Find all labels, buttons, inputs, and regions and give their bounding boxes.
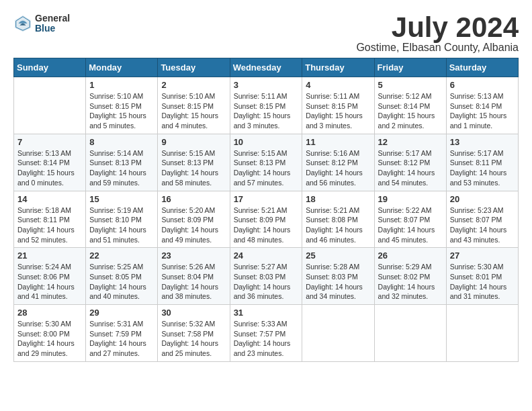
day-info: Sunrise: 5:12 AMSunset: 8:14 PMDaylight:… — [378, 91, 443, 131]
day-info: Sunrise: 5:11 AMSunset: 8:15 PMDaylight:… — [306, 91, 370, 131]
day-number: 17 — [234, 194, 299, 204]
day-info: Sunrise: 5:11 AMSunset: 8:15 PMDaylight:… — [234, 91, 299, 131]
calendar-cell: 18Sunrise: 5:21 AMSunset: 8:08 PMDayligh… — [302, 191, 374, 248]
day-info: Sunrise: 5:26 AMSunset: 8:04 PMDaylight:… — [161, 262, 226, 302]
day-info: Sunrise: 5:13 AMSunset: 8:14 PMDaylight:… — [450, 91, 515, 131]
day-info: Sunrise: 5:18 AMSunset: 8:11 PMDaylight:… — [17, 205, 82, 245]
day-number: 25 — [306, 250, 370, 261]
day-number: 26 — [378, 250, 443, 261]
calendar-cell: 3Sunrise: 5:11 AMSunset: 8:15 PMDaylight… — [230, 77, 302, 134]
calendar-header-tuesday: Tuesday — [158, 58, 230, 77]
day-info: Sunrise: 5:10 AMSunset: 8:15 PMDaylight:… — [161, 91, 226, 131]
month-title: July 2024 — [356, 13, 519, 42]
day-number: 12 — [378, 137, 443, 147]
calendar-header-saturday: Saturday — [446, 58, 518, 77]
logo-icon — [13, 14, 32, 33]
calendar-cell — [374, 305, 446, 362]
calendar-header-sunday: Sunday — [14, 58, 86, 77]
calendar-week-row: 1Sunrise: 5:10 AMSunset: 8:15 PMDaylight… — [14, 77, 519, 134]
day-info: Sunrise: 5:17 AMSunset: 8:12 PMDaylight:… — [378, 148, 443, 188]
day-info: Sunrise: 5:19 AMSunset: 8:10 PMDaylight:… — [89, 205, 154, 245]
day-info: Sunrise: 5:24 AMSunset: 8:06 PMDaylight:… — [17, 262, 82, 302]
day-number: 5 — [378, 80, 443, 90]
day-number: 2 — [161, 80, 226, 90]
page-header: General Blue July 2024 Gostime, Elbasan … — [13, 13, 519, 54]
day-number: 31 — [234, 308, 299, 318]
day-info: Sunrise: 5:22 AMSunset: 8:07 PMDaylight:… — [378, 205, 443, 245]
day-info: Sunrise: 5:10 AMSunset: 8:15 PMDaylight:… — [89, 91, 154, 131]
calendar-header-wednesday: Wednesday — [230, 58, 302, 77]
calendar-cell: 25Sunrise: 5:28 AMSunset: 8:03 PMDayligh… — [302, 248, 374, 305]
day-info: Sunrise: 5:21 AMSunset: 8:08 PMDaylight:… — [306, 205, 370, 245]
calendar-cell: 6Sunrise: 5:13 AMSunset: 8:14 PMDaylight… — [446, 77, 518, 134]
calendar-cell: 31Sunrise: 5:33 AMSunset: 7:57 PMDayligh… — [230, 305, 302, 362]
calendar-cell: 10Sunrise: 5:15 AMSunset: 8:13 PMDayligh… — [230, 134, 302, 191]
calendar-week-row: 14Sunrise: 5:18 AMSunset: 8:11 PMDayligh… — [14, 191, 519, 248]
title-block: July 2024 Gostime, Elbasan County, Alban… — [356, 13, 519, 54]
day-number: 21 — [17, 250, 82, 261]
day-number: 18 — [306, 194, 370, 204]
day-info: Sunrise: 5:25 AMSunset: 8:05 PMDaylight:… — [89, 262, 154, 302]
logo-blue: Blue — [35, 24, 70, 34]
day-info: Sunrise: 5:27 AMSunset: 8:03 PMDaylight:… — [234, 262, 299, 302]
calendar-cell: 17Sunrise: 5:21 AMSunset: 8:09 PMDayligh… — [230, 191, 302, 248]
calendar-cell: 27Sunrise: 5:30 AMSunset: 8:01 PMDayligh… — [446, 248, 518, 305]
calendar-cell: 15Sunrise: 5:19 AMSunset: 8:10 PMDayligh… — [86, 191, 158, 248]
calendar-header-friday: Friday — [374, 58, 446, 77]
day-number: 10 — [234, 137, 299, 147]
day-info: Sunrise: 5:30 AMSunset: 8:00 PMDaylight:… — [17, 319, 82, 359]
day-number: 28 — [17, 308, 82, 318]
calendar-cell: 28Sunrise: 5:30 AMSunset: 8:00 PMDayligh… — [14, 305, 86, 362]
day-number: 3 — [234, 80, 299, 90]
calendar-header-row: SundayMondayTuesdayWednesdayThursdayFrid… — [14, 58, 519, 77]
day-info: Sunrise: 5:33 AMSunset: 7:57 PMDaylight:… — [234, 319, 299, 359]
calendar-cell: 20Sunrise: 5:23 AMSunset: 8:07 PMDayligh… — [446, 191, 518, 248]
calendar-cell: 8Sunrise: 5:14 AMSunset: 8:13 PMDaylight… — [86, 134, 158, 191]
day-info: Sunrise: 5:15 AMSunset: 8:13 PMDaylight:… — [234, 148, 299, 188]
day-number: 8 — [89, 137, 154, 147]
day-info: Sunrise: 5:14 AMSunset: 8:13 PMDaylight:… — [89, 148, 154, 188]
day-info: Sunrise: 5:32 AMSunset: 7:58 PMDaylight:… — [161, 319, 226, 359]
calendar-cell: 1Sunrise: 5:10 AMSunset: 8:15 PMDaylight… — [86, 77, 158, 134]
calendar-cell — [446, 305, 518, 362]
day-number: 29 — [89, 308, 154, 318]
day-number: 30 — [161, 308, 226, 318]
calendar-header-thursday: Thursday — [302, 58, 374, 77]
logo-general: General — [35, 13, 70, 24]
day-info: Sunrise: 5:16 AMSunset: 8:12 PMDaylight:… — [306, 148, 370, 188]
location-subtitle: Gostime, Elbasan County, Albania — [356, 42, 519, 54]
logo-text: General Blue — [35, 13, 70, 34]
day-number: 19 — [378, 194, 443, 204]
day-number: 27 — [450, 250, 515, 261]
day-info: Sunrise: 5:29 AMSunset: 8:02 PMDaylight:… — [378, 262, 443, 302]
day-info: Sunrise: 5:17 AMSunset: 8:11 PMDaylight:… — [450, 148, 515, 188]
day-number: 20 — [450, 194, 515, 204]
calendar-cell: 26Sunrise: 5:29 AMSunset: 8:02 PMDayligh… — [374, 248, 446, 305]
day-number: 14 — [17, 194, 82, 204]
day-number: 23 — [161, 250, 226, 261]
calendar-week-row: 7Sunrise: 5:13 AMSunset: 8:14 PMDaylight… — [14, 134, 519, 191]
calendar-week-row: 28Sunrise: 5:30 AMSunset: 8:00 PMDayligh… — [14, 305, 519, 362]
day-number: 11 — [306, 137, 370, 147]
calendar-cell: 24Sunrise: 5:27 AMSunset: 8:03 PMDayligh… — [230, 248, 302, 305]
calendar-cell: 14Sunrise: 5:18 AMSunset: 8:11 PMDayligh… — [14, 191, 86, 248]
day-info: Sunrise: 5:31 AMSunset: 7:59 PMDaylight:… — [89, 319, 154, 359]
calendar-table: SundayMondayTuesdayWednesdayThursdayFrid… — [13, 58, 519, 362]
day-number: 4 — [306, 80, 370, 90]
day-info: Sunrise: 5:23 AMSunset: 8:07 PMDaylight:… — [450, 205, 515, 245]
day-number: 22 — [89, 250, 154, 261]
calendar-cell: 30Sunrise: 5:32 AMSunset: 7:58 PMDayligh… — [158, 305, 230, 362]
calendar-cell: 19Sunrise: 5:22 AMSunset: 8:07 PMDayligh… — [374, 191, 446, 248]
calendar-week-row: 21Sunrise: 5:24 AMSunset: 8:06 PMDayligh… — [14, 248, 519, 305]
calendar-cell: 7Sunrise: 5:13 AMSunset: 8:14 PMDaylight… — [14, 134, 86, 191]
calendar-cell: 5Sunrise: 5:12 AMSunset: 8:14 PMDaylight… — [374, 77, 446, 134]
day-info: Sunrise: 5:21 AMSunset: 8:09 PMDaylight:… — [234, 205, 299, 245]
day-number: 6 — [450, 80, 515, 90]
calendar-cell — [302, 305, 374, 362]
day-number: 15 — [89, 194, 154, 204]
day-info: Sunrise: 5:28 AMSunset: 8:03 PMDaylight:… — [306, 262, 370, 302]
calendar-cell: 4Sunrise: 5:11 AMSunset: 8:15 PMDaylight… — [302, 77, 374, 134]
calendar-header-monday: Monday — [86, 58, 158, 77]
day-number: 24 — [234, 250, 299, 261]
logo: General Blue — [13, 13, 70, 34]
